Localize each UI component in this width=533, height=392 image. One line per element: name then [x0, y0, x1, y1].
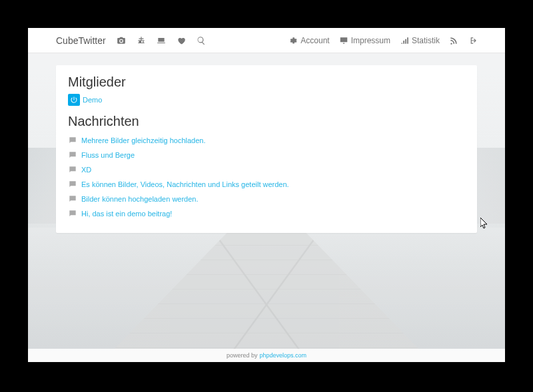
footer: powered by phpdevelops.com — [28, 349, 505, 362]
signal-icon — [400, 36, 409, 45]
nav-impressum[interactable]: Impressum — [339, 36, 390, 45]
message-row: Hi, das ist ein demo beitrag! — [68, 206, 465, 221]
message-row: XD — [68, 162, 465, 177]
message-link[interactable]: Mehrere Bilder gleichzeitig hochladen. — [81, 136, 206, 144]
message-link[interactable]: Fluss und Berge — [81, 151, 135, 159]
gear-icon — [288, 36, 298, 45]
comment-icon — [68, 150, 77, 160]
nav-account[interactable]: Account — [288, 36, 329, 45]
message-link[interactable]: XD — [81, 166, 91, 174]
member-row: Demo — [68, 94, 465, 106]
footer-prefix: powered by — [227, 352, 258, 359]
content-card: Mitglieder Demo Nachrichten Mehrere Bild… — [56, 65, 477, 233]
nav-camera[interactable] — [117, 36, 126, 45]
power-avatar-icon — [68, 94, 80, 106]
nav-laptop[interactable] — [157, 36, 166, 45]
message-link[interactable]: Bilder können hochgeladen werden. — [81, 195, 199, 203]
message-row: Mehrere Bilder gleichzeitig hochladen. — [68, 133, 465, 148]
message-row: Es können Bilder, Videos, Nachrichten un… — [68, 177, 465, 192]
nav-statistik[interactable]: Statistik — [400, 36, 440, 45]
logout-icon — [468, 36, 477, 45]
comment-icon — [68, 136, 77, 145]
nav-search[interactable] — [197, 36, 206, 45]
comment-icon — [68, 194, 77, 204]
nav-rss[interactable] — [449, 36, 458, 45]
nav-statistik-label: Statistik — [412, 36, 440, 45]
messages-heading: Nachrichten — [68, 114, 465, 129]
nav-right: Account Impressum Statistik — [288, 36, 477, 45]
monitor-icon — [339, 36, 348, 45]
comment-icon — [68, 209, 77, 218]
nav-left — [117, 36, 206, 45]
member-link-demo[interactable]: Demo — [83, 96, 102, 104]
navbar: CubeTwitter Account — [28, 28, 505, 53]
laptop-icon — [157, 36, 166, 45]
heart-icon — [177, 36, 186, 45]
rss-icon — [449, 36, 458, 45]
message-row: Bilder können hochgeladen werden. — [68, 192, 465, 206]
members-heading: Mitglieder — [68, 75, 465, 90]
nav-heart[interactable] — [177, 36, 186, 45]
brand-title[interactable]: CubeTwitter — [56, 35, 106, 46]
message-link[interactable]: Es können Bilder, Videos, Nachrichten un… — [81, 180, 289, 188]
nav-impressum-label: Impressum — [351, 36, 390, 45]
nav-sitemap[interactable] — [137, 36, 146, 45]
message-row: Fluss und Berge — [68, 148, 465, 162]
comment-icon — [68, 180, 77, 189]
app-viewport: CubeTwitter Account — [28, 28, 505, 362]
nav-logout[interactable] — [468, 36, 477, 45]
search-icon — [197, 36, 206, 45]
sitemap-icon — [137, 36, 146, 45]
comment-icon — [68, 165, 77, 174]
camera-icon — [117, 36, 126, 45]
nav-account-label: Account — [300, 36, 329, 45]
footer-link[interactable]: phpdevelops.com — [259, 352, 306, 359]
message-link[interactable]: Hi, das ist ein demo beitrag! — [81, 210, 172, 218]
